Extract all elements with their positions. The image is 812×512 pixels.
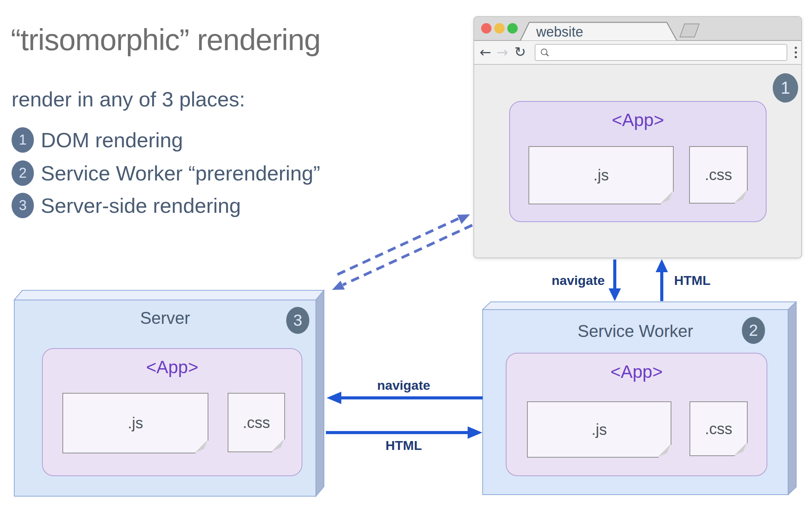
dashed-arrow-browser-to-server	[332, 225, 472, 290]
list-item-service-worker-prerendering: 2 Service Worker “prerendering”	[12, 160, 320, 186]
js-file-icon: .js	[527, 401, 671, 458]
browser-tab[interactable]: website	[536, 24, 583, 40]
service-worker-app-box: <App> .js .css	[506, 353, 767, 476]
css-file-label: .css	[243, 414, 270, 431]
page-title: “trisomorphic” rendering	[11, 22, 320, 57]
diagram-canvas: “trisomorphic” rendering render in any o…	[0, 0, 812, 512]
list-item-label: Server-side rendering	[41, 194, 241, 217]
css-file-label: .css	[705, 166, 732, 184]
list-item-label: Service Worker “prerendering”	[41, 161, 320, 185]
list-item-dom-rendering: 1 DOM rendering	[12, 127, 183, 153]
browser-toolbar: ← → ↻	[474, 41, 801, 65]
navigate-arrow-browser-to-sw	[609, 259, 621, 301]
dashed-arrow-server-to-browser	[337, 214, 470, 275]
reload-icon[interactable]: ↻	[514, 45, 526, 59]
forward-icon[interactable]: →	[497, 45, 508, 59]
navigate-arrow-sw-to-server	[327, 392, 483, 404]
js-file-icon: .js	[528, 146, 674, 204]
css-file-label: .css	[705, 420, 732, 438]
subtitle: render in any of 3 places:	[12, 87, 245, 111]
step-3-badge: 3	[12, 193, 34, 218]
html-arrow-sw-to-browser	[656, 259, 668, 301]
search-icon	[541, 49, 547, 55]
server-app-box: <App> .js .css	[42, 348, 302, 476]
browser-app-box: <App> .js .css	[509, 101, 767, 222]
step-badge-2: 2	[742, 317, 765, 344]
zoom-window-icon[interactable]	[507, 23, 518, 34]
css-file-icon: .css	[228, 393, 285, 452]
navigate-label-vertical: navigate	[512, 273, 605, 288]
js-file-label: .js	[128, 414, 143, 432]
minimize-window-icon[interactable]	[494, 23, 505, 34]
js-file-label: .js	[592, 421, 607, 438]
list-item-server-side-rendering: 3 Server-side rendering	[12, 193, 241, 218]
app-component-label: <App>	[510, 102, 766, 130]
step-1-badge: 1	[12, 127, 34, 153]
app-component-label: <App>	[507, 354, 767, 382]
step-badge-1: 1	[773, 73, 798, 103]
js-file-label: .js	[594, 167, 609, 184]
url-bar[interactable]	[535, 44, 787, 61]
navigate-label-horizontal: navigate	[350, 378, 458, 393]
css-file-icon: .css	[689, 146, 748, 204]
list-item-label: DOM rendering	[41, 128, 183, 152]
browser-tab-bar	[474, 17, 801, 41]
menu-icon[interactable]	[795, 47, 797, 61]
url-input[interactable]	[552, 45, 781, 60]
css-file-icon: .css	[690, 401, 748, 456]
app-component-label: <App>	[43, 349, 302, 377]
step-2-badge: 2	[12, 160, 34, 186]
close-window-icon[interactable]	[481, 23, 492, 34]
server-box-title: Server	[14, 308, 316, 328]
html-label-horizontal: HTML	[350, 438, 458, 453]
html-label-vertical: HTML	[674, 273, 710, 288]
html-arrow-server-to-sw	[326, 426, 482, 439]
step-badge-3: 3	[286, 307, 309, 334]
js-file-icon: .js	[62, 393, 208, 453]
back-icon[interactable]: ←	[480, 45, 491, 59]
